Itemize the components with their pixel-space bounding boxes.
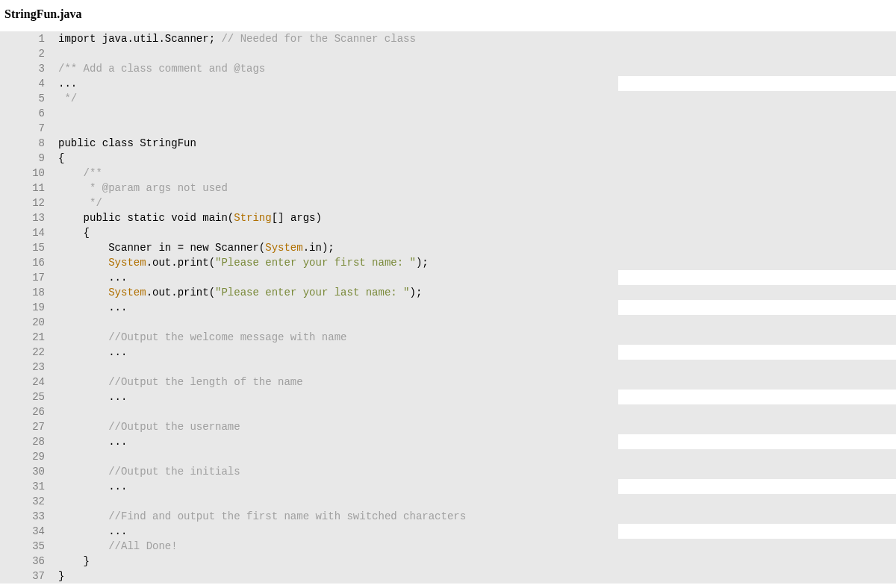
token: public class StringFun [58,137,196,149]
code-line: 21 //Output the welcome message with nam… [0,330,896,345]
code-content: ... [52,390,896,404]
line-number: 15 [0,240,52,255]
code-line: 36 } [0,554,896,569]
code-segment: //All Done! [52,539,896,554]
code-segment [52,106,896,121]
line-number: 28 [0,434,52,449]
line-number: 12 [0,196,52,210]
token: "Please enter your first name: " [215,257,416,269]
code-line: 26 [0,404,896,419]
token: System [265,242,302,254]
line-number: 3 [0,61,52,76]
code-segment: ... [52,390,618,404]
code-line: 32 [0,494,896,509]
code-line: 16 System.out.print("Please enter your f… [0,255,896,270]
line-number: 19 [0,300,52,315]
code-content: //Output the welcome message with name [52,330,896,345]
token: ... [58,272,127,284]
line-number: 23 [0,360,52,375]
code-segment: * @param args not used [52,181,896,196]
code-content [52,449,896,464]
code-segment: //Find and output the first name with sw… [52,509,896,524]
token [58,257,108,269]
code-content [52,404,896,419]
line-number: 21 [0,330,52,345]
token: Scanner in = new Scanner( [58,242,265,254]
code-line: 29 [0,449,896,464]
code-content: } [52,554,896,569]
code-content: ... [52,270,896,285]
token: //Output the length of the name [108,376,302,388]
code-segment: } [52,554,896,569]
line-number: 22 [0,345,52,360]
code-segment: /** [52,166,896,181]
code-segment [52,46,896,61]
line-number: 37 [0,569,52,584]
token: */ [58,93,77,104]
token: // Needed for the Scanner class [221,33,415,45]
code-segment: ... [52,270,618,285]
code-content: public class StringFun [52,136,896,151]
code-content [52,494,896,509]
code-segment [52,494,896,509]
code-segment [52,404,896,419]
code-segment: //Output the username [52,419,896,434]
code-content: */ [52,91,896,106]
line-number: 30 [0,464,52,479]
token: ... [58,346,127,358]
code-line: 4... [0,76,896,91]
code-segment: Scanner in = new Scanner(System.in); [52,240,896,255]
line-number: 25 [0,390,52,404]
line-number: 10 [0,166,52,181]
code-content: //Output the length of the name [52,375,896,390]
code-content: System.out.print("Please enter your last… [52,285,896,300]
code-segment: System.out.print("Please enter your firs… [52,255,896,270]
line-number: 34 [0,524,52,539]
token [58,287,108,298]
code-segment: ... [52,345,618,360]
line-number: 26 [0,404,52,419]
code-line: 10 /** [0,166,896,181]
code-line: 14 { [0,225,896,240]
token: //Output the welcome message with name [108,331,346,343]
code-content: ... [52,345,896,360]
code-segment: ... [52,76,618,91]
code-segment: { [52,225,896,240]
line-number: 31 [0,479,52,494]
code-gap [618,270,896,285]
code-gap [618,524,896,539]
line-number: 29 [0,449,52,464]
code-segment: ... [52,300,618,315]
code-line: 5 */ [0,91,896,106]
code-gap [618,76,896,91]
code-line: 22 ... [0,345,896,360]
token: } [58,555,90,567]
code-line: 35 //All Done! [0,539,896,554]
token: * @param args not used [58,182,228,194]
code-content: */ [52,196,896,210]
line-number: 32 [0,494,52,509]
line-number: 8 [0,136,52,151]
code-line: 24 //Output the length of the name [0,375,896,390]
code-content: * @param args not used [52,181,896,196]
code-segment: /** Add a class comment and @tags [52,61,896,76]
code-line: 27 //Output the username [0,419,896,434]
code-line: 23 [0,360,896,375]
line-number: 24 [0,375,52,390]
code-line: 25 ... [0,390,896,404]
code-content: ... [52,300,896,315]
code-segment [52,315,896,330]
code-line: 30 //Output the initials [0,464,896,479]
line-number: 33 [0,509,52,524]
token: .out.print( [146,287,215,298]
token: */ [58,197,102,209]
token: [] args) [272,212,322,224]
code-gap [618,479,896,494]
code-segment: ... [52,479,618,494]
line-number: 18 [0,285,52,300]
code-segment: ... [52,524,618,539]
code-segment: //Output the welcome message with name [52,330,896,345]
code-line: 3/** Add a class comment and @tags [0,61,896,76]
token: ... [58,301,127,313]
line-number: 20 [0,315,52,330]
